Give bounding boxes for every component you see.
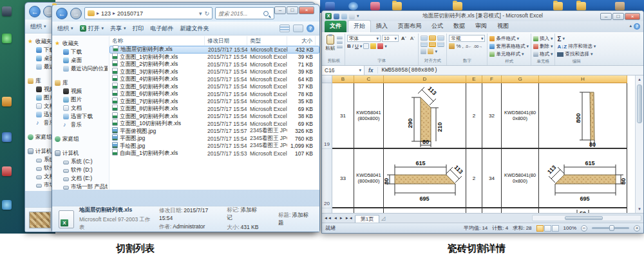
zoom-slider[interactable]	[592, 227, 629, 229]
file-row[interactable]: 自由面_1切割砖列表.xls 2015/7/17 15:53 Microsoft…	[109, 150, 319, 157]
zoom-in-icon[interactable]: +	[634, 225, 640, 232]
decrease-decimal-icon[interactable]: .00→	[473, 45, 482, 48]
last-sheet-icon[interactable]: ►◄	[345, 216, 353, 220]
sidebar-item[interactable]: 桌面	[55, 56, 108, 65]
sheet-tab[interactable]: 第1页	[355, 215, 379, 223]
select-all-corner[interactable]	[322, 75, 332, 83]
sidebar-item[interactable]: 迅雷下载	[55, 112, 108, 121]
cell-b20[interactable]: 33	[332, 149, 354, 208]
chevron-down-icon[interactable]: ▾	[357, 14, 359, 19]
cut-icon[interactable]	[337, 36, 343, 39]
preview-pane-button[interactable]	[293, 25, 303, 32]
cell-b21[interactable]	[332, 208, 354, 213]
sidebar-item[interactable]: 系统 (C:)	[55, 157, 108, 166]
cell-d21[interactable]	[384, 208, 466, 213]
page-break-view-button[interactable]	[552, 225, 559, 232]
cell-e20[interactable]: 2	[466, 149, 482, 208]
sidebar-item[interactable]: 视频	[55, 87, 108, 95]
cell-h20-diagram[interactable]: 615 113 80 695	[539, 149, 627, 208]
column-header[interactable]: G	[502, 75, 539, 83]
column-header-date[interactable]: 修改日期	[205, 36, 247, 45]
cell-h21-diagram[interactable]: 50	[539, 208, 627, 213]
autosum-button[interactable]: Σ▾	[557, 35, 565, 43]
search-box[interactable]	[215, 7, 274, 19]
ribbon-tab[interactable]: 数据	[448, 21, 470, 32]
accounting-format-icon[interactable]	[449, 43, 455, 49]
ribbon-tab[interactable]: 审阅	[470, 21, 492, 32]
breadcrumb-segment[interactable]: 123	[101, 10, 111, 17]
sidebar-item[interactable]: 图片	[55, 95, 108, 104]
align-top-icon[interactable]	[421, 35, 428, 41]
new-folder-button[interactable]: 新建文件夹	[180, 25, 209, 33]
ribbon-tab[interactable]: 文件	[325, 21, 346, 32]
ribbon-tab[interactable]: 插入	[371, 21, 393, 32]
address-bar[interactable]: ▸ 123 ▸ 20150717 ▾ ↻	[84, 7, 213, 19]
insert-worksheet-icon[interactable]: ◿	[381, 215, 385, 221]
column-header-type[interactable]: 类型	[247, 36, 287, 45]
increase-decimal-icon[interactable]: .0←	[465, 45, 472, 48]
font-color-icon[interactable]	[377, 43, 383, 49]
comma-icon[interactable]: ,	[462, 43, 464, 49]
back-button[interactable]: ←	[56, 8, 68, 19]
ribbon-tab[interactable]: 公式	[426, 21, 448, 32]
cell-d19-diagram[interactable]: 290 210 113 80	[384, 83, 466, 149]
align-center-icon[interactable]	[429, 42, 436, 47]
email-button[interactable]: 电子邮件	[151, 25, 174, 33]
column-header[interactable]: D	[384, 75, 466, 83]
percent-icon[interactable]: %	[456, 43, 460, 49]
sidebar-item[interactable]: 软件 (D:)	[55, 166, 108, 174]
organize-menu[interactable]: 组织▾	[30, 23, 46, 31]
search-input[interactable]	[218, 10, 263, 17]
close-button[interactable]: ×	[625, 13, 640, 20]
ribbon-tab[interactable]: 视图	[492, 21, 514, 32]
back-button[interactable]: ←	[29, 6, 41, 17]
horizontal-scrollbar[interactable]	[532, 215, 641, 221]
desktop-icon[interactable]	[2, 97, 12, 106]
copy-icon[interactable]	[337, 41, 343, 44]
redo-icon[interactable]	[349, 14, 355, 19]
cell-b19[interactable]: 31	[332, 83, 354, 149]
ribbon-tab[interactable]: 开始	[348, 20, 371, 32]
chevron-down-icon[interactable]: ▾	[199, 10, 202, 17]
align-left-icon[interactable]	[421, 42, 428, 47]
find-select-button[interactable]: 查找和选择▾	[557, 50, 592, 58]
sidebar-item[interactable]: 文档	[55, 104, 108, 112]
sidebar-item[interactable]: 收藏夹	[55, 39, 108, 48]
print-button[interactable]: 打印	[133, 25, 144, 33]
vertical-scrollbar[interactable]: ▲ ▼	[635, 75, 643, 213]
cell-d20-diagram[interactable]: 615 113 80 695	[384, 149, 466, 208]
breadcrumb-segment[interactable]: 20150717	[117, 10, 143, 17]
organize-menu[interactable]: 组织▾	[57, 25, 73, 33]
share-menu[interactable]: 共享▾	[110, 25, 126, 33]
help-icon[interactable]: ?	[307, 25, 314, 32]
cell-g21[interactable]	[502, 208, 539, 213]
shrink-font-icon[interactable]: Aˋ	[409, 35, 417, 42]
sidebar-item[interactable]: 音乐	[55, 121, 108, 129]
first-sheet-icon[interactable]: ◄◄	[324, 216, 332, 220]
minimize-ribbon-icon[interactable]: ▴	[629, 23, 632, 30]
grow-font-icon[interactable]: Aˊ	[400, 35, 408, 42]
sidebar-item[interactable]: 下载	[55, 48, 108, 56]
sidebar-item[interactable]: 库	[55, 79, 108, 87]
sort-filter-button[interactable]: A↓Z排序和筛选▾	[557, 43, 596, 50]
desktop-icon[interactable]	[615, 2, 625, 10]
fill-color-icon[interactable]	[370, 43, 376, 49]
desktop-icon[interactable]	[2, 200, 12, 210]
conditional-formatting-button[interactable]: 条件格式▾	[489, 35, 519, 43]
formula-input[interactable]: KWB58058(800x800)	[378, 67, 438, 74]
scroll-down-icon[interactable]: ▼	[636, 205, 643, 213]
cell-f19[interactable]: 32	[482, 83, 502, 149]
scroll-up-icon[interactable]: ▲	[636, 75, 643, 83]
help-icon[interactable]: ?	[634, 23, 640, 30]
wrap-text-icon[interactable]	[421, 48, 426, 54]
undo-icon[interactable]	[341, 14, 347, 19]
page-layout-view-button[interactable]	[544, 225, 551, 232]
cell-c20[interactable]: KWD58041(800x800)	[354, 149, 384, 208]
folder-icon[interactable]	[453, 2, 462, 10]
forward-button[interactable]: →	[70, 8, 82, 19]
column-header[interactable]: E	[466, 75, 482, 83]
refresh-icon[interactable]: ↻	[204, 10, 209, 17]
column-header[interactable]: B	[332, 75, 354, 83]
font-name-select[interactable]: 宋体▾	[347, 35, 381, 42]
next-sheet-icon[interactable]: ►	[339, 216, 343, 220]
